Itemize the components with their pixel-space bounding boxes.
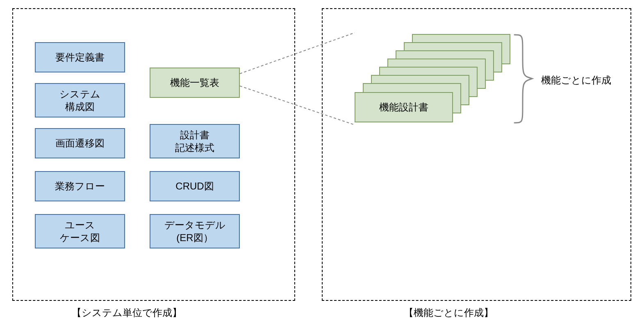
- doc-label: 業務フロー: [55, 180, 105, 192]
- doc-system-structure: システム構成図: [35, 83, 125, 117]
- doc-design-format: 設計書記述様式: [150, 124, 240, 158]
- doc-label: 要件定義書: [55, 51, 105, 63]
- doc-label: 画面遷移図: [55, 137, 105, 149]
- doc-label: CRUD図: [175, 180, 214, 192]
- doc-label: ユースケース図: [60, 219, 100, 244]
- doc-data-model: データモデル(ER図）: [150, 214, 240, 248]
- doc-crud-diagram: CRUD図: [150, 171, 240, 201]
- doc-label: 機能一覧表: [170, 76, 219, 89]
- stack-card-front: 機能設計書: [355, 92, 453, 122]
- doc-label: 設計書記述様式: [175, 129, 214, 154]
- doc-screen-transition: 画面遷移図: [35, 128, 125, 158]
- caption-system-unit: 【システム単位で作成】: [72, 306, 182, 319]
- doc-usecase-diagram: ユースケース図: [35, 214, 125, 248]
- doc-label: システム構成図: [59, 88, 100, 113]
- doc-function-list: 機能一覧表: [150, 68, 240, 98]
- stack-label: 機能設計書: [379, 101, 428, 114]
- caption-per-function: 【機能ごとに作成】: [404, 306, 494, 319]
- doc-requirements: 要件定義書: [35, 42, 125, 72]
- annotation-per-function: 機能ごとに作成: [541, 74, 611, 87]
- doc-label: データモデル(ER図）: [164, 219, 225, 244]
- doc-business-flow: 業務フロー: [35, 171, 125, 201]
